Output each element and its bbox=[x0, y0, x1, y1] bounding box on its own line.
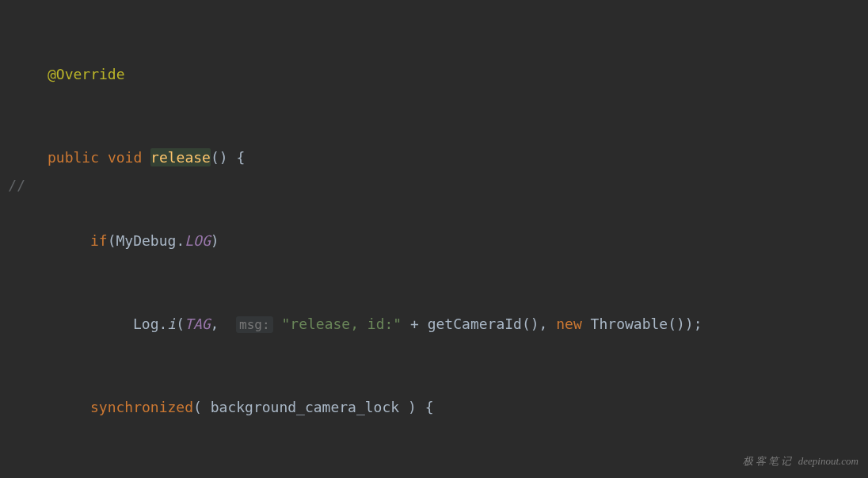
code-line[interactable]: Log.i(TAG, msg: "release, id:" + getCame… bbox=[48, 310, 868, 338]
static-field: LOG bbox=[185, 232, 211, 249]
code-text: + getCameraId(), bbox=[402, 315, 556, 332]
keyword-new: new bbox=[556, 315, 582, 332]
static-field: TAG bbox=[185, 315, 211, 332]
gutter: // bbox=[0, 0, 32, 478]
dot: . bbox=[159, 315, 168, 332]
watermark: 极客笔记deepinout.com bbox=[743, 447, 858, 475]
code-line[interactable]: if(MyDebug.LOG) bbox=[48, 227, 868, 254]
comma: , bbox=[211, 315, 228, 332]
code-text: () { bbox=[211, 149, 245, 166]
gutter-line bbox=[0, 116, 25, 143]
code-line[interactable]: public void release() { bbox=[48, 143, 868, 171]
code-line[interactable]: @Override bbox=[48, 60, 868, 88]
code-text: ) bbox=[211, 232, 219, 249]
keyword-void: void bbox=[108, 149, 142, 166]
keyword-public: public bbox=[48, 149, 99, 166]
code-text: ( background_camera_lock ) { bbox=[193, 399, 433, 415]
code-line[interactable]: synchronized( background_camera_lock ) { bbox=[48, 393, 868, 421]
class-ref: Log bbox=[133, 315, 159, 332]
watermark-url: deepinout.com bbox=[798, 455, 858, 467]
method-name: release bbox=[150, 148, 211, 166]
annotation: @Override bbox=[48, 66, 125, 82]
gutter-line bbox=[0, 143, 25, 171]
string-literal: "release, id:" bbox=[273, 315, 402, 332]
code-editor[interactable]: // @Override public void release() { if(… bbox=[0, 0, 868, 478]
gutter-line bbox=[0, 33, 25, 60]
keyword-synchronized: synchronized bbox=[90, 399, 193, 415]
param-hint: msg: bbox=[236, 316, 273, 333]
code-text: (MyDebug. bbox=[108, 232, 185, 249]
method-call: i bbox=[167, 315, 176, 332]
gutter-line bbox=[0, 60, 25, 88]
gutter-line-comment: // bbox=[0, 171, 25, 199]
code-text: Throwable()); bbox=[582, 315, 702, 332]
paren: ( bbox=[176, 315, 185, 332]
keyword-if: if bbox=[90, 232, 108, 249]
gutter-line bbox=[0, 88, 25, 116]
gutter-line bbox=[0, 5, 25, 33]
watermark-cn: 极客笔记 bbox=[743, 455, 794, 467]
code-area[interactable]: @Override public void release() { if(MyD… bbox=[32, 0, 868, 478]
